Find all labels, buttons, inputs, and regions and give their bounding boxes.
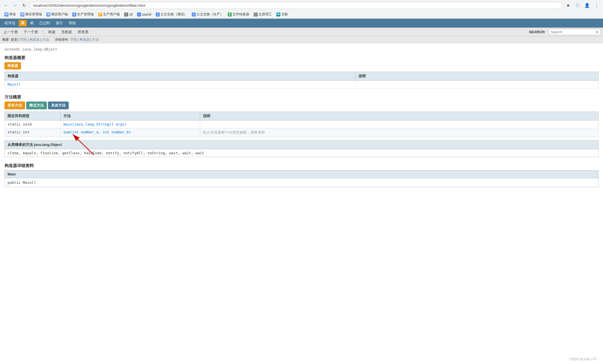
summary-constructor-link[interactable]: 构造器 (30, 38, 40, 42)
bookmark-star-button[interactable]: ★ (564, 2, 572, 9)
sum-method-link[interactable]: sum(int number_a, int number_b) (63, 130, 131, 134)
constructor-table: 构造器 说明 Main() (4, 72, 599, 88)
back-button[interactable]: ← (3, 2, 9, 9)
bookmark-test-user[interactable]: 测 测试用户端 (45, 11, 70, 17)
forward-button[interactable]: → (12, 2, 18, 9)
search-input[interactable] (549, 29, 594, 35)
bookmark-prod-user-label: 生产用户端 (103, 12, 120, 17)
method-table-container: 限定符和类型 方法 说明 static void main(java.lang.… (4, 112, 599, 137)
nav-deprecated[interactable]: 已过时 (37, 20, 52, 26)
method-row1-modifier: static void (5, 120, 61, 128)
bookmark-userid[interactable]: u userId (135, 12, 153, 17)
constructor-desc (356, 81, 599, 88)
bookmark-gw-prod[interactable]: 公 公文交换（生产） (190, 11, 225, 17)
prod-user-icon: 产 (98, 13, 102, 16)
method-row1-desc (200, 120, 599, 128)
bookmark-test-user-label: 测试用户端 (51, 12, 68, 17)
table-row: static int sum(int number_a, int number_… (5, 128, 599, 137)
main-constructor-link[interactable]: Main() (8, 82, 21, 86)
test-admin-icon: 测 (20, 13, 24, 16)
bookmark-test-admin-label: 测试管理端 (25, 12, 42, 17)
inherited-section: 从类继承的方法 java.lang.Object clone, equals, … (4, 140, 599, 157)
bookmark-userid-label: userId (142, 13, 151, 16)
bookmarks-bar: 禅 禅道 测 测试管理端 测 测试用户端 生 生产管理端 产 生产用户端 1 1… (0, 11, 603, 18)
nav-tree[interactable]: 树 (28, 20, 36, 26)
detail-method-link[interactable]: 方法 (92, 38, 99, 42)
bookmark-prod-user[interactable]: 产 生产用户端 (97, 11, 121, 17)
concrete-methods-button[interactable]: 具体方法 (48, 102, 69, 109)
nav-package[interactable]: 程序包 (2, 20, 18, 26)
test-user-icon: 测 (46, 13, 50, 16)
extension-button[interactable]: □ (574, 2, 581, 9)
method-summary-heading: 方法概要 (4, 92, 599, 102)
nav-class[interactable]: 类 (19, 20, 27, 26)
table-row: Main() (5, 81, 599, 88)
file-convert-icon: 文 (228, 13, 232, 16)
static-methods-button[interactable]: 静态方法 (26, 102, 47, 109)
gw-test-icon: 公 (156, 13, 160, 16)
next-class[interactable]: 下一个类 (22, 29, 39, 35)
bookmark-gw-test[interactable]: 公 公文交换（测试） (154, 11, 189, 17)
all-classes[interactable]: 所有类 (76, 29, 90, 35)
detail-field-link[interactable]: 字段 (70, 38, 77, 42)
bookmark-file-convert[interactable]: 文 文件转换器 (226, 11, 251, 17)
summary-line: 概要: 嵌套 | 字段 | 构造器 | 方法 详细资料: 字段 | 构造器 | … (0, 37, 603, 43)
constructor-detail-heading: 构造器详细资料 (4, 160, 599, 170)
constructor-detail-section: Main public Main() (4, 170, 599, 187)
bookmark-taiyuan-label: 太原理工 (259, 12, 272, 17)
method-row2-desc: 此方法传递两个int类型参数，用来求和 (200, 128, 599, 137)
method-col-header: 方法 (61, 112, 200, 120)
bookmark-16[interactable]: 1 16 (123, 12, 134, 17)
bookmark-gw-prod-label: 公文交换（生产） (197, 12, 223, 17)
with-frame[interactable]: 框架 (47, 29, 57, 35)
sub-nav: 上一个类 下一个类 框架 无框架 所有类 SEARCH: ✕ (0, 28, 603, 37)
extends-line: extends java.lang.Object (4, 46, 599, 52)
reload-button[interactable]: ↻ (21, 2, 27, 9)
detail-text: 详细资料: 字段 | 构造器 | 方法 (55, 38, 99, 42)
16-icon: 1 (124, 13, 128, 16)
method-row2-modifier: static int (5, 128, 61, 137)
constructor-badge[interactable]: 构造器 (4, 62, 21, 69)
main-method-link[interactable]: main(java.lang.String[] args) (63, 122, 127, 126)
menu-button[interactable]: ⋮ (593, 2, 600, 9)
all-methods-button[interactable]: 所有方法 (4, 102, 25, 109)
literature-icon: 👁 (276, 13, 280, 16)
javadoc-nav: 程序包 类 树 已过时 索引 帮助 (0, 19, 603, 28)
search-clear-button[interactable]: ✕ (594, 29, 600, 35)
bookmark-prod-admin-label: 生产管理端 (77, 12, 94, 17)
inherited-header: 从类继承的方法 java.lang.Object (4, 140, 599, 149)
bookmark-literature-label: 文献 (281, 12, 288, 17)
nav-help[interactable]: 帮助 (66, 20, 78, 26)
main-content: extends java.lang.Object 构造器概要 构造器 构造器 说… (0, 43, 603, 190)
detail-header: Main (4, 170, 599, 178)
browser-toolbar: ← → ↻ localhost:63342/demo/com/google/de… (0, 0, 603, 11)
bookmark-test-admin[interactable]: 测 测试管理端 (19, 11, 44, 17)
method-desc-header: 说明 (200, 112, 599, 120)
taiyuan-icon: ☐ (254, 13, 258, 16)
prev-class[interactable]: 上一个类 (2, 29, 19, 35)
profile-button[interactable]: 👤 (583, 2, 591, 9)
browser-chrome: ← → ↻ localhost:63342/demo/com/google/de… (0, 0, 603, 19)
method-table: 限定符和类型 方法 说明 static void main(java.lang.… (4, 112, 599, 137)
bookmark-zendao[interactable]: 禅 禅道 (3, 11, 18, 17)
no-frame[interactable]: 无框架 (60, 29, 73, 35)
bookmark-16-label: 16 (129, 13, 133, 16)
summary-method-link[interactable]: 方法 (42, 38, 49, 42)
constructor-summary-heading: 构造器概要 (4, 52, 599, 62)
nav-index[interactable]: 索引 (54, 20, 65, 26)
inherited-heading-text: 从类继承的方法 java.lang.Object (8, 143, 62, 147)
bookmark-literature[interactable]: 👁 文献 (275, 11, 289, 17)
url-text: localhost:63342/demo/com/google/demo/com… (33, 3, 559, 8)
detail-constructor-link[interactable]: 构造器 (80, 38, 90, 42)
address-bar[interactable]: localhost:63342/demo/com/google/demo/com… (30, 2, 562, 9)
detail-content: public Main() (4, 178, 599, 187)
userid-icon: u (137, 13, 141, 16)
inherited-content: clone, equals, finalize, getClass, hashC… (4, 149, 599, 157)
bookmark-taiyuan[interactable]: ☐ 太原理工 (252, 11, 274, 17)
zendao-icon: 禅 (4, 13, 8, 16)
constructor-col-header: 构造器 (5, 72, 356, 81)
table-row: static void main(java.lang.String[] args… (5, 120, 599, 128)
constructor-desc-header: 说明 (356, 72, 599, 81)
bookmark-prod-admin[interactable]: 生 生产管理端 (71, 11, 95, 17)
summary-field-link[interactable]: 字段 (20, 38, 27, 42)
